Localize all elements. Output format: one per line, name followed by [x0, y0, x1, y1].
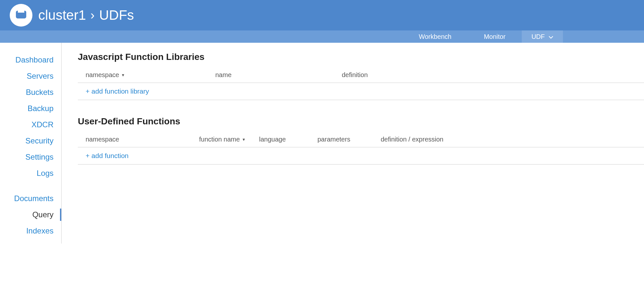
content: Javascript Function Libraries namespace …: [62, 43, 644, 244]
subnav-workbench[interactable]: Workbench: [402, 30, 468, 43]
breadcrumb-separator: ›: [90, 8, 95, 22]
section-libraries: Javascript Function Libraries namespace …: [78, 52, 644, 100]
column-header-label: function name: [199, 136, 240, 143]
sidebar-item-label: Security: [25, 136, 54, 145]
column-header-label: parameters: [317, 136, 350, 143]
sidebar-item-label: Dashboard: [16, 55, 54, 64]
section-libraries-title: Javascript Function Libraries: [78, 52, 644, 62]
sidebar: Dashboard Servers Buckets Backup XDCR Se…: [0, 43, 62, 244]
sidebar-item-security[interactable]: Security: [0, 133, 61, 149]
column-header-language[interactable]: language: [259, 136, 317, 143]
udfs-table-header: namespace function name ▼ language param…: [78, 132, 644, 147]
subnav-label: UDF: [531, 33, 545, 40]
header-top: cluster1 › UDFs: [0, 0, 644, 30]
column-header-name[interactable]: name: [215, 71, 342, 79]
sort-caret-icon: ▼: [242, 137, 246, 142]
sidebar-item-label: Servers: [27, 72, 54, 80]
libraries-add-row: + add function library: [78, 83, 644, 100]
sidebar-item-logs[interactable]: Logs: [0, 165, 61, 181]
column-header-definition[interactable]: definition: [342, 71, 644, 79]
sidebar-item-query[interactable]: Query: [0, 207, 61, 223]
cluster-name[interactable]: cluster1: [38, 7, 86, 23]
subnav-label: Monitor: [484, 33, 506, 40]
column-header-label: language: [259, 136, 286, 143]
sidebar-item-label: XDCR: [31, 120, 54, 129]
subnav-label: Workbench: [419, 33, 451, 40]
sidebar-item-label: Buckets: [26, 88, 54, 97]
sidebar-item-label: Documents: [14, 194, 54, 203]
section-udfs-title: User-Defined Functions: [78, 116, 644, 127]
sidebar-item-indexes[interactable]: Indexes: [0, 223, 61, 239]
sidebar-item-buckets[interactable]: Buckets: [0, 84, 61, 100]
main-layout: Dashboard Servers Buckets Backup XDCR Se…: [0, 43, 644, 244]
add-function-link[interactable]: + add function: [86, 152, 129, 159]
column-header-label: namespace: [86, 136, 119, 143]
add-function-library-link[interactable]: + add function library: [86, 87, 149, 95]
section-udfs: User-Defined Functions namespace functio…: [78, 116, 644, 165]
sidebar-item-label: Indexes: [26, 226, 54, 235]
column-header-function-name[interactable]: function name ▼: [199, 136, 259, 143]
column-header-parameters[interactable]: parameters: [317, 136, 381, 143]
sidebar-item-backup[interactable]: Backup: [0, 100, 61, 117]
sidebar-item-label: Query: [32, 210, 54, 219]
header-subnav: Workbench Monitor UDF: [0, 30, 644, 43]
sidebar-item-label: Settings: [25, 153, 54, 161]
chevron-down-icon: [549, 33, 553, 40]
sidebar-item-label: Logs: [37, 169, 54, 177]
udfs-add-row: + add function: [78, 147, 644, 165]
libraries-table-header: namespace ▼ name definition: [78, 68, 644, 83]
couchbase-logo-icon: [14, 8, 28, 22]
column-header-label: name: [215, 71, 232, 79]
subnav-monitor[interactable]: Monitor: [468, 30, 522, 43]
column-header-label: definition / expression: [381, 136, 443, 143]
column-header-label: namespace: [86, 71, 119, 79]
column-header-namespace[interactable]: namespace: [86, 136, 199, 143]
sidebar-item-settings[interactable]: Settings: [0, 149, 61, 165]
sidebar-item-documents[interactable]: Documents: [0, 190, 61, 207]
sort-caret-icon: ▼: [121, 73, 125, 77]
sidebar-item-dashboard[interactable]: Dashboard: [0, 52, 61, 68]
breadcrumb: cluster1 › UDFs: [38, 7, 134, 23]
sidebar-item-servers[interactable]: Servers: [0, 68, 61, 84]
column-header-definition-expression[interactable]: definition / expression: [381, 136, 644, 143]
sidebar-divider: [0, 181, 61, 190]
subnav-udf[interactable]: UDF: [522, 30, 563, 43]
column-header-label: definition: [342, 71, 368, 79]
logo: [10, 4, 32, 27]
page-title: UDFs: [99, 7, 134, 23]
sidebar-item-label: Backup: [28, 104, 54, 113]
column-header-namespace[interactable]: namespace ▼: [86, 71, 215, 79]
sidebar-item-xdcr[interactable]: XDCR: [0, 117, 61, 133]
